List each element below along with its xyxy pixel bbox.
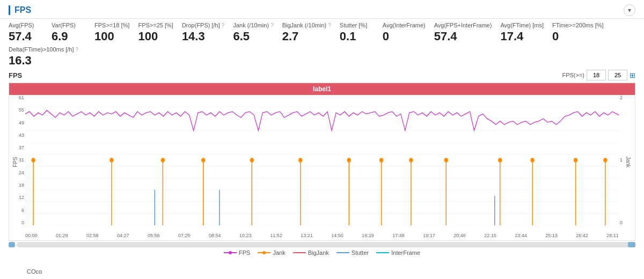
- legend-row: FPS Jank BigJank Stutter InterFrame: [9, 247, 635, 256]
- svg-point-44: [229, 251, 232, 254]
- label-bar-text: label1: [313, 85, 331, 93]
- svg-point-39: [604, 158, 607, 162]
- legend-jank-label: Jank: [273, 249, 285, 256]
- legend-fps-label: FPS: [239, 249, 250, 256]
- fps-gte-label: FPS(>=): [562, 72, 584, 78]
- svg-point-37: [574, 158, 577, 162]
- svg-point-17: [161, 158, 164, 162]
- svg-point-19: [202, 158, 205, 162]
- metric-item-10: Avg(FTime) [ms]17.4: [500, 22, 552, 43]
- svg-point-23: [299, 158, 302, 162]
- svg-point-33: [499, 158, 502, 162]
- chart-svg: [25, 95, 619, 225]
- svg-point-29: [409, 158, 413, 162]
- collapse-button[interactable]: ▾: [624, 4, 635, 16]
- svg-point-27: [380, 158, 383, 162]
- page-title: FPS: [9, 5, 31, 15]
- legend-jank: Jank: [258, 249, 285, 256]
- legend-bigjank-label: BigJank: [308, 249, 329, 256]
- metric-item-7: Stutter [%]0.1: [340, 22, 383, 43]
- svg-point-15: [110, 158, 113, 162]
- chart-area: [25, 95, 619, 225]
- fps-controls: FPS(>=) ⊞: [562, 70, 635, 80]
- svg-point-31: [444, 158, 448, 162]
- legend-stutter: Stutter: [336, 249, 369, 256]
- chevron-down-icon: ▾: [628, 6, 631, 14]
- metric-item-11: FTime>=200ms [%]0: [552, 22, 612, 43]
- chart-container: label1 61 55 49 43 37 31 24 18 12 6 0 FP…: [9, 83, 635, 241]
- svg-point-25: [347, 158, 350, 162]
- metric-item-0: Avg(FPS)57.4: [9, 22, 52, 43]
- metric-item-3: FPS>=25 [%]100: [138, 22, 181, 43]
- jank-y-label: Jank: [625, 156, 631, 167]
- scrollbar-left-handle[interactable]: [9, 242, 15, 247]
- metric-item-4: Drop(FPS) [/h] ?14.3: [182, 22, 233, 43]
- svg-point-21: [250, 158, 253, 162]
- metrics-row: Avg(FPS)57.4Var(FPS)6.9FPS>=18 [%]100FPS…: [0, 19, 644, 43]
- x-axis: 00:00 01:29 02:58 04:27 05:56 07:25 08:5…: [25, 233, 619, 238]
- svg-point-46: [262, 251, 266, 254]
- legend-interframe: InterFrame: [376, 249, 420, 256]
- delta-ftime-label: Delta(FTime)>100ms [/h] ?: [9, 46, 78, 53]
- scrollbar-row: [9, 242, 635, 247]
- metric-item-5: Jank (/10min) ?6.5: [233, 22, 282, 43]
- legend-bigjank: BigJank: [293, 249, 329, 256]
- metric-item-9: Avg(FPS+InterFrame)57.4: [434, 22, 501, 43]
- delta-ftime-value: 16.3: [9, 54, 32, 68]
- legend-fps: FPS: [224, 249, 250, 256]
- legend-stutter-label: Stutter: [352, 249, 369, 256]
- metric-item-8: Avg(InterFrame)0: [383, 22, 434, 43]
- legend-interframe-label: InterFrame: [391, 249, 420, 256]
- svg-point-13: [32, 158, 35, 162]
- coco-label: COco: [27, 268, 42, 275]
- scrollbar-track[interactable]: [17, 242, 635, 247]
- metrics-row2: Delta(FTime)>100ms [/h] ? 16.3: [0, 43, 644, 68]
- fps-y-label: FPS: [12, 157, 18, 167]
- svg-point-35: [531, 158, 534, 162]
- scrollbar-right-handle[interactable]: [628, 242, 635, 247]
- fps-input-25[interactable]: [608, 70, 627, 80]
- metric-item-6: BigJank (/10min) ?2.7: [282, 22, 340, 43]
- metric-item-1: Var(FPS)6.9: [52, 22, 94, 43]
- table-icon[interactable]: ⊞: [630, 71, 635, 79]
- chart-title: FPS: [9, 71, 22, 79]
- label-bar: label1: [9, 83, 635, 95]
- metric-item-2: FPS>=18 [%]100: [94, 22, 138, 43]
- chart-section: FPS FPS(>=) ⊞ label1 61 55 49 43 37 31 2…: [0, 68, 644, 256]
- fps-input-18[interactable]: [587, 70, 606, 80]
